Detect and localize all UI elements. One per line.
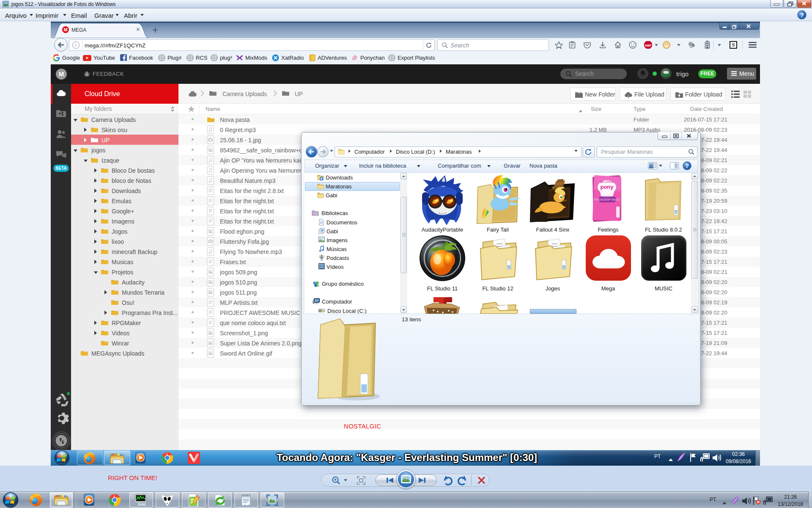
svg-text:ABP: ABP: [645, 44, 652, 47]
svg-text:pony: pony: [600, 184, 614, 190]
svg-text:i: i: [75, 42, 76, 47]
svg-text:MY LITTLE: MY LITTLE: [601, 181, 614, 183]
svg-text:FRIENDSHIP MAGIC: FRIENDSHIP MAGIC: [594, 198, 621, 201]
svg-text:M: M: [63, 27, 67, 32]
